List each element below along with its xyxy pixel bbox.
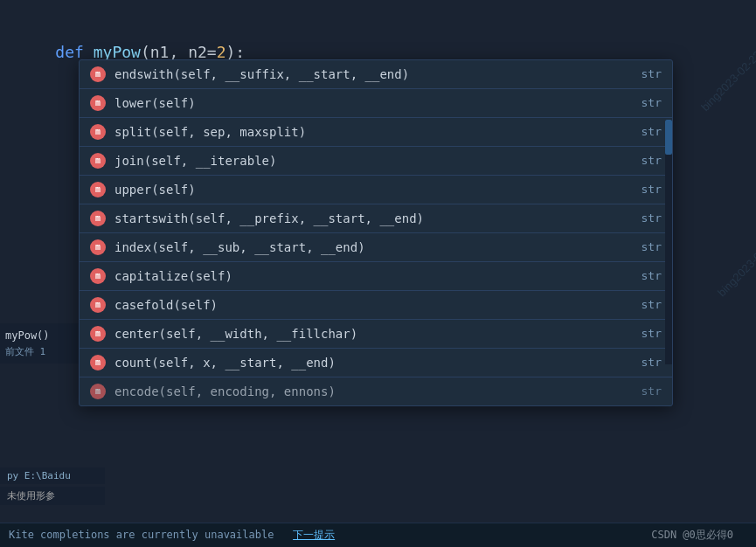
method-icon-split: m: [90, 124, 106, 140]
file-path-area: py E:\Baidu: [0, 467, 105, 484]
autocomplete-item-upper[interactable]: m upper(self) str: [80, 176, 672, 204]
scrollbar-thumb[interactable]: [665, 120, 672, 155]
type-capitalize: str: [642, 267, 662, 286]
type-split: str: [642, 122, 662, 142]
hint-mypow-title: myPow(): [5, 327, 85, 344]
hint-prev-file: 前文件 1: [5, 344, 85, 360]
method-icon-count: m: [90, 355, 106, 370]
csdn-badge: CSDN @0思必得0: [651, 528, 733, 543]
unused-param-area: 未使用形参: [0, 487, 105, 505]
method-casefold: casefold(self): [114, 295, 633, 315]
method-icon-capitalize: m: [90, 268, 106, 284]
method-center: center(self, __width, __fillchar): [114, 324, 633, 343]
method-index: index(self, __sub, __start, __end): [114, 238, 633, 257]
type-join: str: [642, 151, 662, 170]
autocomplete-item-split[interactable]: m split(self, sep, maxsplit) str: [80, 118, 672, 146]
method-join: join(self, __iterable): [114, 151, 633, 170]
param-n2: n2: [188, 43, 207, 61]
method-icon-encode: m: [90, 384, 106, 399]
method-icon-center: m: [90, 326, 106, 342]
autocomplete-item-capitalize[interactable]: m capitalize(self) str: [80, 262, 672, 290]
method-count: count(self, x, __start, __end): [114, 353, 633, 372]
method-icon-index: m: [90, 239, 106, 255]
default-value: 2: [217, 43, 226, 61]
method-encode: encode(self, encoding, ennons): [114, 382, 633, 401]
autocomplete-scrollbar[interactable]: [665, 120, 672, 364]
unused-param-text: 未使用形参: [7, 489, 98, 502]
param-n1: n1: [150, 43, 170, 61]
method-icon-join: m: [90, 153, 106, 169]
method-icon-startswith: m: [90, 211, 106, 226]
method-icon-lower: m: [90, 95, 106, 111]
method-icon-upper: m: [90, 182, 106, 197]
type-lower: str: [642, 93, 662, 113]
autocomplete-item-count[interactable]: m count(self, x, __start, __end) str: [80, 349, 672, 377]
kite-message-text: Kite completions are currently unavailab…: [9, 529, 274, 541]
autocomplete-item-center[interactable]: m center(self, __width, __fillchar) str: [80, 320, 672, 348]
method-icon-endswith: m: [90, 66, 106, 82]
type-upper: str: [642, 180, 662, 199]
type-encode: str: [642, 382, 662, 401]
function-name: myPow: [94, 43, 141, 61]
type-casefold: str: [642, 295, 662, 315]
autocomplete-item-index[interactable]: m index(self, __sub, __start, __end) str: [80, 233, 672, 261]
method-capitalize: capitalize(self): [114, 267, 633, 286]
type-endswith: str: [642, 65, 662, 84]
kite-status-message: Kite completions are currently unavailab…: [9, 528, 651, 543]
method-lower: lower(self): [114, 93, 633, 113]
method-upper: upper(self): [114, 180, 633, 199]
type-startswith: str: [642, 209, 662, 228]
method-split: split(self, sep, maxsplit): [114, 122, 633, 142]
bottom-status-bar: Kite completions are currently unavailab…: [0, 523, 756, 547]
keyword-def: def: [55, 43, 93, 61]
autocomplete-item-lower[interactable]: m lower(self) str: [80, 89, 672, 117]
autocomplete-item-join[interactable]: m join(self, __iterable) str: [80, 147, 672, 175]
paren-open: (: [141, 43, 150, 61]
method-endswith: endswith(self, __suffix, __start, __end): [114, 65, 633, 84]
autocomplete-item-endswith[interactable]: m endswith(self, __suffix, __start, __en…: [80, 60, 672, 88]
autocomplete-item-casefold[interactable]: m casefold(self) str: [80, 291, 672, 319]
autocomplete-item-encode[interactable]: m encode(self, encoding, ennons) str: [80, 377, 672, 405]
type-index: str: [642, 238, 662, 257]
autocomplete-item-startswith[interactable]: m startswith(self, __prefix, __start, __…: [80, 204, 672, 232]
file-path-text: py E:\Baidu: [7, 470, 98, 481]
method-startswith: startswith(self, __prefix, __start, __en…: [114, 209, 633, 228]
type-center: str: [642, 324, 662, 343]
type-count: str: [642, 353, 662, 372]
autocomplete-dropdown[interactable]: m endswith(self, __suffix, __start, __en…: [79, 59, 673, 406]
kite-next-hint-link[interactable]: 下一提示: [293, 529, 335, 541]
method-icon-casefold: m: [90, 297, 106, 313]
